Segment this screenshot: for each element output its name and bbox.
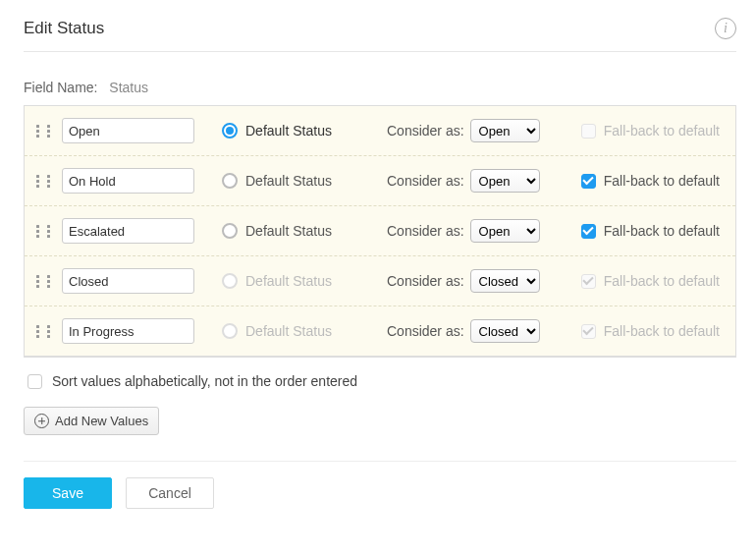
- info-icon[interactable]: i: [715, 18, 736, 39]
- consider-as-label: Consider as:: [387, 273, 464, 289]
- default-status-group: Default Status: [222, 273, 379, 289]
- consider-as-label: Consider as:: [387, 223, 464, 239]
- status-value-input[interactable]: [62, 118, 194, 143]
- fallback-checkbox[interactable]: [581, 174, 596, 189]
- consider-as-group: Consider as:OpenClosed: [387, 319, 568, 343]
- sort-alphabetically-label: Sort values alphabetically, not in the o…: [52, 373, 357, 389]
- status-value-input[interactable]: [62, 218, 194, 244]
- default-status-label: Default Status: [245, 123, 332, 139]
- sort-alphabetically-checkbox[interactable]: [27, 374, 42, 389]
- status-row: Default StatusConsider as:OpenClosedFall…: [25, 306, 735, 357]
- default-status-radio: [222, 323, 238, 339]
- consider-as-group: Consider as:OpenClosed: [387, 119, 568, 142]
- default-status-group: Default Status: [222, 223, 379, 239]
- consider-as-label: Consider as:: [387, 123, 464, 139]
- consider-as-group: Consider as:OpenClosed: [387, 219, 568, 243]
- fallback-group: Fall-back to default: [581, 123, 728, 139]
- dialog-title: Edit Status: [24, 19, 104, 38]
- fallback-label: Fall-back to default: [604, 173, 720, 189]
- fallback-label: Fall-back to default: [604, 323, 720, 339]
- status-values-grid: Default StatusConsider as:OpenClosedFall…: [24, 105, 736, 358]
- fallback-label: Fall-back to default: [604, 223, 720, 239]
- status-row: Default StatusConsider as:OpenClosedFall…: [25, 206, 735, 256]
- default-status-radio[interactable]: [222, 173, 238, 189]
- dialog-header: Edit Status i: [24, 10, 736, 52]
- fallback-group: Fall-back to default: [581, 323, 728, 339]
- default-status-group: Default Status: [222, 173, 379, 189]
- drag-handle-icon[interactable]: [36, 325, 50, 338]
- status-value-input[interactable]: [62, 318, 194, 344]
- drag-handle-icon[interactable]: [36, 225, 50, 238]
- drag-handle-icon[interactable]: [36, 125, 50, 138]
- status-value-input[interactable]: [62, 268, 194, 294]
- default-status-radio[interactable]: [222, 223, 238, 239]
- fallback-checkbox: [581, 274, 596, 289]
- cancel-button[interactable]: Cancel: [126, 477, 214, 509]
- fallback-group: Fall-back to default: [581, 173, 728, 189]
- field-name-label: Field Name:: [24, 80, 97, 95]
- drag-handle-icon[interactable]: [36, 275, 50, 288]
- default-status-group: Default Status: [222, 323, 379, 339]
- add-new-values-label: Add New Values: [55, 414, 148, 428]
- default-status-radio[interactable]: [222, 123, 238, 139]
- default-status-group: Default Status: [222, 123, 379, 139]
- status-row: Default StatusConsider as:OpenClosedFall…: [25, 156, 735, 206]
- consider-as-label: Consider as:: [387, 173, 464, 189]
- default-status-radio: [222, 273, 238, 289]
- drag-handle-icon[interactable]: [36, 175, 50, 188]
- consider-as-select[interactable]: OpenClosed: [470, 269, 540, 293]
- status-row: Default StatusConsider as:OpenClosedFall…: [25, 106, 735, 156]
- default-status-label: Default Status: [245, 173, 332, 189]
- consider-as-select[interactable]: OpenClosed: [470, 319, 540, 343]
- consider-as-label: Consider as:: [387, 323, 464, 339]
- consider-as-group: Consider as:OpenClosed: [387, 169, 568, 193]
- add-new-values-button[interactable]: Add New Values: [24, 407, 159, 435]
- status-row: Default StatusConsider as:OpenClosedFall…: [25, 256, 735, 306]
- consider-as-group: Consider as:OpenClosed: [387, 269, 568, 293]
- save-button[interactable]: Save: [24, 477, 112, 509]
- fallback-checkbox: [581, 124, 596, 139]
- field-name-row: Field Name: Status: [24, 80, 736, 95]
- fallback-group: Fall-back to default: [581, 273, 728, 289]
- status-value-input[interactable]: [62, 168, 194, 194]
- default-status-label: Default Status: [245, 273, 332, 289]
- default-status-label: Default Status: [245, 323, 332, 339]
- consider-as-select[interactable]: OpenClosed: [470, 169, 540, 193]
- consider-as-select[interactable]: OpenClosed: [470, 219, 540, 243]
- plus-icon: [34, 414, 49, 428]
- footer-divider: [24, 461, 736, 462]
- default-status-label: Default Status: [245, 223, 332, 239]
- fallback-label: Fall-back to default: [604, 273, 720, 289]
- fallback-label: Fall-back to default: [604, 123, 720, 139]
- field-name-value: Status: [109, 80, 148, 95]
- fallback-group: Fall-back to default: [581, 223, 728, 239]
- consider-as-select[interactable]: OpenClosed: [470, 119, 540, 142]
- fallback-checkbox: [581, 324, 596, 339]
- fallback-checkbox[interactable]: [581, 224, 596, 239]
